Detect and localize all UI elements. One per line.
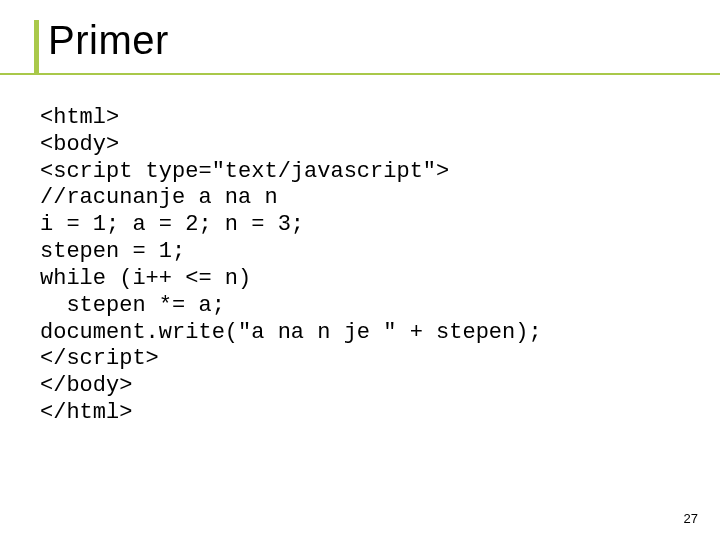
slide: Primer <html> <body> <script type="text/… bbox=[0, 0, 720, 540]
code-line: <script type="text/javascript"> bbox=[40, 159, 449, 184]
code-line: <body> bbox=[40, 132, 119, 157]
code-line: </script> bbox=[40, 346, 159, 371]
code-line: //racunanje a na n bbox=[40, 185, 278, 210]
code-line: while (i++ <= n) bbox=[40, 266, 251, 291]
code-line: stepen = 1; bbox=[40, 239, 185, 264]
title-container: Primer bbox=[34, 18, 686, 63]
code-line: <html> bbox=[40, 105, 119, 130]
code-line: i = 1; a = 2; n = 3; bbox=[40, 212, 304, 237]
code-block: <html> <body> <script type="text/javascr… bbox=[40, 105, 686, 427]
title-underline bbox=[0, 73, 720, 75]
code-line: </body> bbox=[40, 373, 132, 398]
code-line: stepen *= a; bbox=[40, 293, 225, 318]
code-line: document.write("a na n je " + stepen); bbox=[40, 320, 542, 345]
code-line: </html> bbox=[40, 400, 132, 425]
title-accent-bar bbox=[34, 20, 39, 74]
page-number: 27 bbox=[684, 511, 698, 526]
slide-title: Primer bbox=[42, 18, 686, 63]
